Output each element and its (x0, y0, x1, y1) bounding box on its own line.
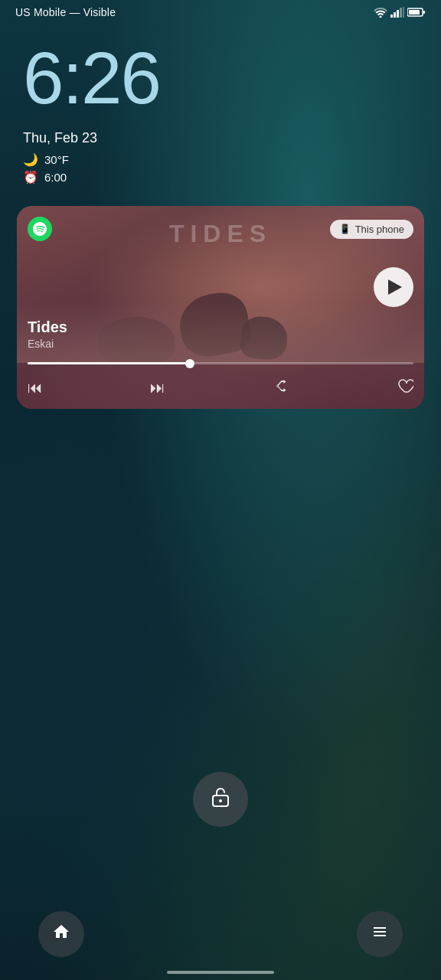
progress-bar-fill (28, 362, 190, 364)
clock-time: 6:26 (23, 41, 418, 115)
date-area: Thu, Feb 23 🌙 30°F ⏰ 6:00 (0, 115, 441, 185)
song-title: Tides (28, 318, 413, 336)
svg-rect-1 (394, 12, 396, 18)
alarm-time: 6:00 (44, 171, 67, 184)
skip-next-button[interactable]: ⏭ (150, 379, 165, 397)
home-nav-button[interactable] (38, 911, 84, 957)
spotify-logo (28, 217, 52, 241)
carrier-text: US Mobile — Visible (15, 6, 116, 18)
date-text: Thu, Feb 23 (23, 130, 418, 146)
unlock-area (193, 772, 248, 827)
apps-icon (371, 923, 389, 946)
skip-previous-button[interactable]: ⏮ (28, 379, 43, 397)
play-icon (388, 279, 402, 295)
svg-rect-4 (403, 7, 404, 18)
svg-rect-6 (423, 11, 426, 14)
unlock-icon (209, 786, 232, 814)
apps-nav-button[interactable] (357, 911, 403, 957)
svg-point-9 (219, 799, 222, 802)
temperature-text: 30°F (44, 153, 69, 166)
like-button[interactable] (397, 378, 413, 397)
weather-row: 🌙 30°F (23, 152, 418, 167)
status-bar: US Mobile — Visible (0, 0, 441, 18)
shuffle-button[interactable] (273, 380, 289, 395)
home-indicator (167, 971, 274, 974)
svg-rect-2 (397, 10, 399, 18)
music-controls: ⏮ ⏭ (17, 371, 424, 409)
artist-name: Eskai (28, 338, 413, 350)
progress-bar-container[interactable] (28, 362, 413, 364)
this-phone-badge[interactable]: 📱 This phone (330, 220, 413, 239)
status-icons (374, 7, 426, 18)
moon-icon: 🌙 (23, 152, 38, 167)
wifi-icon (374, 7, 387, 18)
svg-rect-7 (409, 10, 420, 15)
play-button[interactable] (374, 267, 413, 307)
clock-area: 6:26 (0, 18, 441, 115)
music-song-area: Tides Eskai (17, 241, 424, 356)
svg-rect-3 (400, 8, 402, 18)
unlock-button[interactable] (193, 772, 248, 827)
progress-area (17, 356, 424, 371)
phone-icon: 📱 (339, 224, 351, 234)
battery-icon (407, 7, 426, 18)
music-header: 📱 This phone (17, 206, 424, 241)
music-card: TIDES 📱 This phone Tides Eskai ⏮ (17, 206, 424, 409)
play-button-area (374, 267, 413, 307)
svg-rect-0 (390, 15, 393, 18)
home-icon (52, 923, 70, 946)
alarm-row: ⏰ 6:00 (23, 170, 418, 185)
bottom-nav (0, 911, 441, 957)
alarm-icon: ⏰ (23, 170, 38, 185)
signal-icon (390, 7, 404, 18)
this-phone-label: This phone (355, 224, 404, 235)
progress-dot (185, 359, 194, 368)
